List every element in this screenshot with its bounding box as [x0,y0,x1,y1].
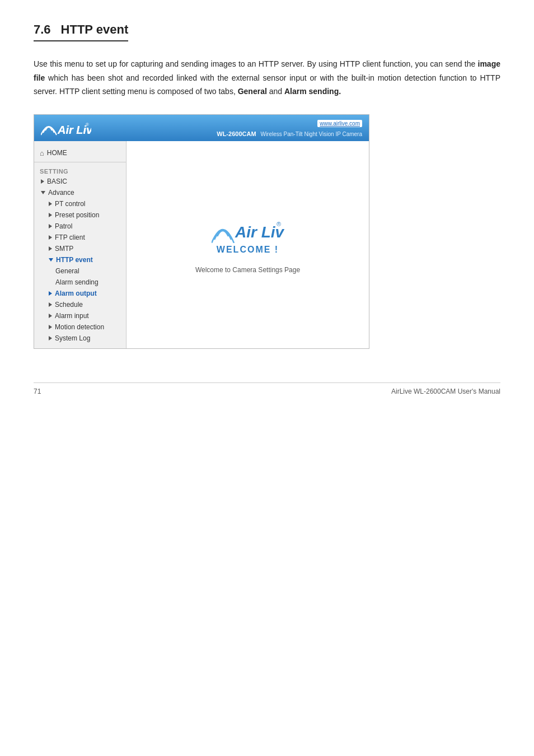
sidebar-label-basic: BASIC [47,178,67,185]
cam-header-right: www.airlive.com WL-2600CAM Wireless Pan-… [217,118,362,138]
main-airlive-logo-svg: Air Live ® [212,215,284,243]
arrow-right-icon [49,246,52,251]
sidebar-item-general[interactable]: General [34,265,126,277]
sidebar-item-pt-control[interactable]: PT control [34,198,126,209]
sidebar-item-alarm-output[interactable]: Alarm output [34,288,126,299]
sidebar-item-advance[interactable]: Advance [34,187,126,198]
cam-main-content: Air Live ® WELCOME ! Welcome to Camera S… [127,141,369,348]
sidebar-label-system-log: System Log [55,334,90,342]
sidebar-item-preset-position[interactable]: Preset position [34,209,126,221]
sidebar-item-system-log[interactable]: System Log [34,333,126,344]
welcome-subtitle: Welcome to Camera Settings Page [195,266,300,274]
sidebar-item-patrol[interactable]: Patrol [34,221,126,232]
arrow-right-icon [49,302,52,307]
section-heading: HTTP event [61,22,129,36]
sidebar-item-motion-detection[interactable]: Motion detection [34,321,126,333]
arrow-right-icon [49,291,52,296]
cam-header-desc: Wireless Pan-Tilt Night Vision IP Camera [260,131,362,137]
sidebar-setting-label: SETTING [34,166,126,176]
home-icon: ⌂ [40,149,44,157]
sidebar-item-alarm-input[interactable]: Alarm input [34,310,126,321]
cam-body: ⌂ HOME SETTING BASIC Advance PT control [34,141,369,348]
cam-header-model: WL-2600CAM [217,130,256,137]
bold-alarm-sending: Alarm sending. [284,87,341,96]
sidebar-label-motion-detection: Motion detection [55,323,104,331]
airlive-logo-svg: Air Live Air Live ® [41,118,91,137]
sidebar-label-alarm-output: Alarm output [55,290,97,297]
page-number: 71 [34,388,41,395]
sidebar-item-alarm-sending[interactable]: Alarm sending [34,277,126,288]
sidebar-label-pt-control: PT control [55,200,85,208]
arrow-right-icon [49,325,52,329]
arrow-right-icon [41,179,44,184]
sidebar-item-schedule[interactable]: Schedule [34,299,126,310]
cam-header: Air Live Air Live ® www.airlive.com WL-2… [34,115,369,141]
section-number: 7.6 [34,22,51,36]
section-title: 7.6HTTP event [34,22,128,41]
main-logo: Air Live ® [212,215,284,245]
sidebar-label-alarm-sending: Alarm sending [55,278,99,286]
sidebar-label-patrol: Patrol [55,222,72,230]
welcome-logo-wrap: Air Live ® WELCOME ! [212,215,284,255]
arrow-right-icon [49,314,52,318]
arrow-right-icon [49,336,52,340]
arrow-down-icon [41,191,45,194]
sidebar-item-http-event[interactable]: HTTP event [34,254,126,265]
sidebar-label-general: General [55,267,79,275]
sidebar-home[interactable]: ⌂ HOME [34,146,126,162]
arrow-down-icon [49,258,53,262]
sidebar-label-smtp: SMTP [55,245,73,253]
sidebar-label-ftp-client: FTP client [55,234,85,241]
bold-image-file: image file [34,59,500,82]
sidebar-label-advance: Advance [48,189,74,197]
welcome-heading: WELCOME ! [217,245,279,255]
svg-text:®: ® [86,122,89,127]
page-footer: 71 AirLive WL-2600CAM User's Manual [34,382,500,395]
arrow-right-icon [49,213,52,217]
camera-ui-frame: Air Live Air Live ® www.airlive.com WL-2… [34,114,369,349]
arrow-right-icon [49,235,52,240]
svg-text:®: ® [277,221,281,227]
arrow-right-icon [49,224,52,228]
sidebar-label-alarm-input: Alarm input [55,312,89,320]
sidebar-home-label: HOME [47,149,67,157]
sidebar-item-smtp[interactable]: SMTP [34,243,126,254]
sidebar-label-preset-position: Preset position [55,211,99,219]
body-paragraph: Use this menu to set up for capturing an… [34,57,500,99]
manual-text: AirLive WL-2600CAM User's Manual [391,388,500,395]
sidebar-item-ftp-client[interactable]: FTP client [34,232,126,243]
cam-header-url: www.airlive.com [317,120,362,127]
arrow-right-icon [49,202,52,206]
sidebar-item-basic[interactable]: BASIC [34,176,126,187]
cam-sidebar: ⌂ HOME SETTING BASIC Advance PT control [34,141,127,348]
sidebar-label-schedule: Schedule [55,301,83,309]
sidebar-label-http-event: HTTP event [56,256,93,264]
cam-header-logo: Air Live Air Live ® [41,118,91,137]
bold-general: General [238,87,267,96]
